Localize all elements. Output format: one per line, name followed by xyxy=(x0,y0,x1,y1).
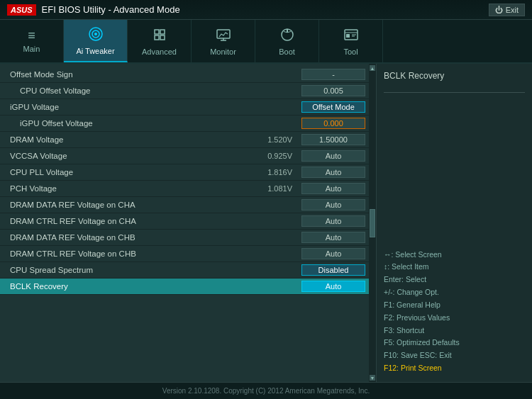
tab-main[interactable]: ≡ Main xyxy=(0,20,64,62)
scroll-thumb[interactable] xyxy=(370,209,375,237)
setting-row-igpu-voltage[interactable]: iGPU Voltage Offset Mode xyxy=(0,99,376,116)
dram-data-ref-chb-label: DRAM DATA REF Voltage on CHB xyxy=(10,233,250,242)
footer-text: Version 2.10.1208. Copyright (C) 2012 Am… xyxy=(162,387,370,395)
tab-main-label: Main xyxy=(23,45,40,53)
tool-icon xyxy=(343,27,359,45)
setting-row-dram-data-ref-cha[interactable]: DRAM DATA REF Voltage on CHA Auto xyxy=(0,197,376,213)
cpu-spread-spectrum-box: Disabled xyxy=(301,264,365,276)
cpu-spread-spectrum-value: Disabled xyxy=(298,264,369,276)
ai-tweaker-icon xyxy=(88,26,104,44)
bclk-recovery-label: BCLK Recovery xyxy=(10,282,250,291)
dram-data-ref-chb-value: Auto xyxy=(298,232,369,243)
tab-monitor-label: Monitor xyxy=(210,47,236,56)
svg-rect-6 xyxy=(160,35,165,40)
dram-data-ref-chb-box: Auto xyxy=(301,232,365,243)
svg-rect-4 xyxy=(160,30,165,34)
igpu-voltage-label: iGPU Voltage xyxy=(10,103,250,111)
pch-voltage-value: Auto xyxy=(298,183,369,194)
scroll-up-arrow[interactable]: ▲ xyxy=(370,65,375,71)
setting-row-offset-mode-sign[interactable]: Offset Mode Sign - xyxy=(0,67,376,83)
setting-row-bclk-recovery[interactable]: BCLK Recovery Auto xyxy=(0,279,376,295)
setting-row-pch-voltage[interactable]: PCH Voltage 1.081V Auto xyxy=(0,181,376,197)
shortcut-select-item: ↕: Select Item xyxy=(384,261,525,274)
advanced-icon xyxy=(152,27,167,45)
scrollbar[interactable]: ▲ ▼ xyxy=(369,64,376,382)
cpu-spread-spectrum-label: CPU Spread Spectrum xyxy=(10,266,250,274)
tab-advanced-label: Advanced xyxy=(142,47,177,56)
exit-label: Exit xyxy=(506,6,519,14)
shortcut-f5: F5: Optimized Defaults xyxy=(384,337,525,349)
header-logo: ASUS EFI BIOS Utility - Advanced Mode xyxy=(7,4,180,16)
setting-row-cpu-pll-voltage[interactable]: CPU PLL Voltage 1.816V Auto xyxy=(0,164,376,181)
tab-tool-label: Tool xyxy=(343,47,358,56)
header-title: EFI BIOS Utility - Advanced Mode xyxy=(42,4,180,15)
setting-row-dram-ctrl-ref-cha[interactable]: DRAM CTRL REF Voltage on CHA Auto xyxy=(0,213,376,230)
vccsa-voltage-box: Auto xyxy=(301,150,365,162)
help-title: BCLK Recovery xyxy=(384,71,525,81)
tab-ai-tweaker[interactable]: Ai Tweaker xyxy=(64,20,128,62)
tab-monitor[interactable]: Monitor xyxy=(192,20,255,62)
shortcut-select-screen: ↔: Select Screen xyxy=(384,249,525,262)
tab-advanced[interactable]: Advanced xyxy=(128,20,192,62)
svg-rect-3 xyxy=(155,30,159,34)
setting-row-dram-voltage[interactable]: DRAM Voltage 1.520V 1.50000 xyxy=(0,132,376,148)
igpu-offset-voltage-label: iGPU Offset Voltage xyxy=(20,119,250,128)
igpu-voltage-value: Offset Mode xyxy=(298,101,369,113)
tab-ai-tweaker-label: Ai Tweaker xyxy=(76,47,114,55)
cpu-offset-voltage-box: 0.005 xyxy=(301,85,365,96)
dram-data-ref-cha-box: Auto xyxy=(301,199,365,210)
left-panel: Offset Mode Sign - CPU Offset Voltage 0.… xyxy=(0,64,376,382)
cpu-pll-voltage-label: CPU PLL Voltage xyxy=(10,168,250,176)
dram-ctrl-ref-cha-box: Auto xyxy=(301,215,365,227)
header: ASUS EFI BIOS Utility - Advanced Mode ⏻ … xyxy=(0,0,532,20)
cpu-pll-voltage-value: Auto xyxy=(298,167,369,178)
main-icon: ≡ xyxy=(28,29,35,42)
offset-mode-sign-value: - xyxy=(298,69,369,80)
setting-row-dram-data-ref-chb[interactable]: DRAM DATA REF Voltage on CHB Auto xyxy=(0,230,376,246)
asus-logo: ASUS xyxy=(7,4,36,16)
svg-rect-5 xyxy=(155,35,159,40)
main-content: Offset Mode Sign - CPU Offset Voltage 0.… xyxy=(0,64,532,382)
right-panel: BCLK Recovery ↔: Select Screen ↕: Select… xyxy=(376,64,532,382)
bclk-recovery-box: Auto xyxy=(301,281,365,292)
setting-row-vccsa-voltage[interactable]: VCCSA Voltage 0.925V Auto xyxy=(0,148,376,164)
tab-boot-label: Boot xyxy=(279,47,295,56)
exit-button[interactable]: ⏻ Exit xyxy=(489,4,525,16)
shortcut-f1: F1: General Help xyxy=(384,299,525,312)
igpu-offset-voltage-value: 0.000 xyxy=(298,118,369,129)
svg-rect-7 xyxy=(217,30,230,38)
cpu-pll-voltage-current: 1.816V xyxy=(250,168,292,176)
setting-row-dram-ctrl-ref-chb[interactable]: DRAM CTRL REF Voltage on CHB Auto xyxy=(0,246,376,262)
pch-voltage-current: 1.081V xyxy=(250,184,292,193)
exit-icon: ⏻ xyxy=(495,6,503,14)
setting-row-cpu-offset-voltage[interactable]: CPU Offset Voltage 0.005 xyxy=(0,83,376,99)
pch-voltage-label: PCH Voltage xyxy=(10,184,250,193)
vccsa-voltage-label: VCCSA Voltage xyxy=(10,152,250,160)
bclk-recovery-value: Auto xyxy=(298,281,369,292)
dram-ctrl-ref-chb-box: Auto xyxy=(301,248,365,259)
vccsa-voltage-current: 0.925V xyxy=(250,152,292,160)
dram-data-ref-cha-value: Auto xyxy=(298,199,369,210)
shortcut-enter: Enter: Select xyxy=(384,274,525,286)
shortcut-f2: F2: Previous Values xyxy=(384,312,525,325)
monitor-icon xyxy=(216,27,231,45)
dram-ctrl-ref-cha-value: Auto xyxy=(298,215,369,227)
dram-voltage-label: DRAM Voltage xyxy=(10,135,250,144)
vccsa-voltage-value: Auto xyxy=(298,150,369,162)
tab-boot[interactable]: Boot xyxy=(255,20,319,62)
dram-voltage-current: 1.520V xyxy=(250,135,292,144)
setting-row-igpu-offset-voltage[interactable]: iGPU Offset Voltage 0.000 xyxy=(0,116,376,132)
svg-point-2 xyxy=(94,33,97,35)
shortcut-f12-text: F12: Print Screen xyxy=(384,364,442,372)
boot-icon xyxy=(279,27,295,45)
dram-voltage-box: 1.50000 xyxy=(301,134,365,145)
cpu-pll-voltage-box: Auto xyxy=(301,167,365,178)
nav-tabs: ≡ Main Ai Tweaker Advanced xyxy=(0,20,532,64)
setting-row-cpu-spread-spectrum[interactable]: CPU Spread Spectrum Disabled xyxy=(0,262,376,279)
cpu-offset-voltage-label: CPU Offset Voltage xyxy=(20,86,250,95)
shortcuts-panel: ↔: Select Screen ↕: Select Item Enter: S… xyxy=(384,249,525,375)
scroll-down-arrow[interactable]: ▼ xyxy=(370,375,375,381)
dram-ctrl-ref-cha-label: DRAM CTRL REF Voltage on CHA xyxy=(10,217,250,225)
dram-ctrl-ref-chb-value: Auto xyxy=(298,248,369,259)
tab-tool[interactable]: Tool xyxy=(319,20,383,62)
